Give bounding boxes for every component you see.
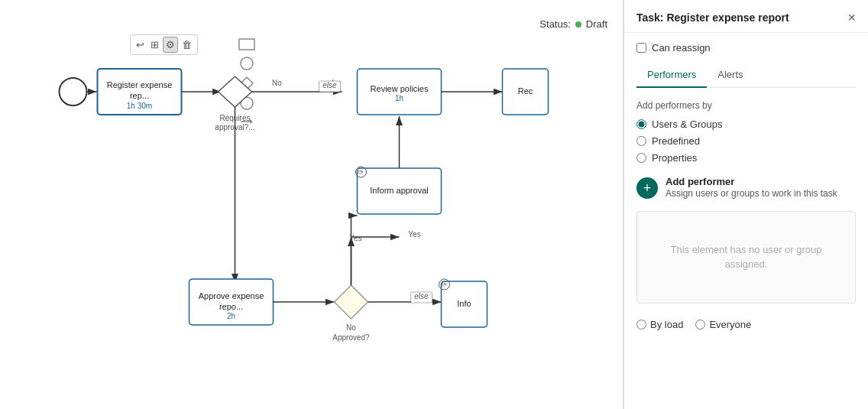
diagram-canvas[interactable]: Status: Draft ↩ ⊞ ⚙ 🗑 bbox=[0, 0, 623, 409]
svg-text:No: No bbox=[272, 79, 282, 87]
svg-text:rep...: rep... bbox=[130, 91, 149, 100]
can-reassign-row: Can reassign bbox=[636, 42, 856, 54]
svg-text:Register expense: Register expense bbox=[107, 80, 173, 89]
svg-text:repo...: repo... bbox=[219, 302, 243, 311]
svg-text:Yes: Yes bbox=[349, 234, 361, 242]
add-performer-desc: Assign users or groups to work in this t… bbox=[666, 187, 837, 200]
panel-tabs: Performers Alerts bbox=[636, 64, 856, 88]
radio-users-groups-input[interactable] bbox=[636, 119, 646, 129]
radio-predefined-input[interactable] bbox=[636, 136, 646, 146]
empty-state-box: This element has no user or group assign… bbox=[636, 211, 856, 304]
add-icon: + bbox=[643, 180, 652, 196]
svg-text:Yes: Yes bbox=[408, 230, 420, 239]
add-performer-row: + Add performer Assign users or groups t… bbox=[636, 176, 856, 200]
bottom-radio-row: By load Everyone bbox=[636, 316, 856, 330]
svg-text:else: else bbox=[322, 81, 337, 89]
radio-group-performers: Users & Groups Predefined Properties bbox=[636, 118, 856, 164]
radio-users-groups-label[interactable]: Users & Groups bbox=[652, 118, 722, 130]
add-performers-label: Add performers by bbox=[636, 100, 856, 111]
svg-text:1h 30m: 1h 30m bbox=[127, 102, 152, 110]
everyone-radio[interactable] bbox=[695, 320, 705, 329]
svg-text:Approve expense: Approve expense bbox=[199, 291, 264, 300]
svg-text:Inform approval: Inform approval bbox=[370, 186, 428, 195]
tab-alerts[interactable]: Alerts bbox=[707, 64, 753, 88]
panel-header: Task: Register expense report × bbox=[624, 0, 868, 33]
add-performer-title: Add performer bbox=[666, 176, 837, 187]
radio-predefined: Predefined bbox=[636, 135, 856, 147]
panel-title: Task: Register expense report bbox=[636, 11, 789, 24]
by-load-item: By load bbox=[636, 319, 683, 330]
everyone-item: Everyone bbox=[695, 319, 751, 330]
svg-text:Info: Info bbox=[457, 299, 471, 308]
svg-text:⟳: ⟳ bbox=[442, 281, 447, 288]
empty-state-text: This element has no user or group assign… bbox=[649, 242, 843, 272]
add-performer-button[interactable]: + bbox=[636, 177, 658, 199]
start-event[interactable] bbox=[60, 78, 87, 105]
radio-predefined-label[interactable]: Predefined bbox=[652, 135, 700, 147]
svg-text:Rec: Rec bbox=[518, 86, 533, 96]
svg-text:Review policies: Review policies bbox=[371, 84, 429, 93]
gateway-requires-approval[interactable] bbox=[219, 76, 252, 107]
by-load-radio[interactable] bbox=[636, 320, 646, 329]
svg-text:else: else bbox=[414, 292, 429, 300]
svg-text:⟳: ⟳ bbox=[358, 169, 364, 176]
svg-text:Approved?: Approved? bbox=[332, 333, 370, 342]
radio-users-groups: Users & Groups bbox=[636, 118, 856, 130]
radio-properties: Properties bbox=[636, 152, 856, 164]
panel-body: Can reassign Performers Alerts Add perfo… bbox=[624, 33, 868, 409]
radio-properties-input[interactable] bbox=[636, 153, 646, 163]
can-reassign-label[interactable]: Can reassign bbox=[652, 42, 711, 54]
tab-performers[interactable]: Performers bbox=[636, 64, 707, 88]
gateway-approved[interactable] bbox=[335, 285, 368, 319]
bpmn-diagram: Register expense rep... 1h 30m Requires … bbox=[0, 0, 623, 409]
properties-panel: Task: Register expense report × Can reas… bbox=[623, 0, 868, 409]
svg-text:No: No bbox=[346, 323, 356, 332]
radio-properties-label[interactable]: Properties bbox=[652, 152, 697, 164]
everyone-label[interactable]: Everyone bbox=[709, 319, 751, 330]
svg-text:1h: 1h bbox=[395, 94, 403, 102]
svg-text:2h: 2h bbox=[227, 312, 235, 320]
add-performer-text: Add performer Assign users or groups to … bbox=[666, 176, 837, 200]
by-load-label[interactable]: By load bbox=[650, 319, 683, 330]
can-reassign-checkbox[interactable] bbox=[636, 43, 646, 53]
close-button[interactable]: × bbox=[847, 11, 856, 24]
